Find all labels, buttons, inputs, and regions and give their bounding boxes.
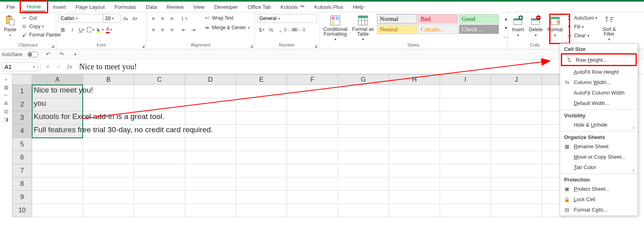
bold-button[interactable]: B	[59, 25, 67, 34]
align-top-button[interactable]: ≡	[149, 14, 158, 23]
style-bad[interactable]: Bad	[418, 14, 458, 24]
redo-button[interactable]: ↷	[57, 50, 66, 59]
tab-page-layout[interactable]: Page Layout	[71, 2, 110, 11]
insert-cells-button[interactable]: Insert▾	[510, 14, 526, 38]
col-header-i[interactable]: I	[440, 74, 491, 85]
align-right-button[interactable]: ≡	[167, 25, 176, 34]
tab-developer[interactable]: Developer	[209, 2, 243, 11]
menu-hide-unhide[interactable]: Hide & Unhide	[560, 119, 638, 130]
align-left-button[interactable]: ≡	[149, 25, 158, 34]
cell-a4[interactable]: Full features free trial 30-day, no cred…	[32, 125, 83, 138]
cell-i1[interactable]	[440, 85, 491, 98]
italic-button[interactable]: I	[68, 25, 77, 34]
cell-styles-gallery[interactable]: Normal Bad Good Neutral Calcula... Check…	[377, 14, 499, 34]
row-header-7[interactable]: 7	[12, 164, 32, 177]
cell-j1[interactable]	[491, 85, 542, 98]
tab-data[interactable]: Data	[141, 2, 161, 11]
row-header-10[interactable]: 10	[12, 204, 32, 217]
tab-kutools-plus[interactable]: Kutools Plus	[310, 2, 348, 11]
merge-center-button[interactable]: ⬌Merge & Center▾	[202, 24, 251, 32]
cell-h1[interactable]	[389, 85, 440, 98]
font-name-select[interactable]: Calibri▾	[59, 14, 103, 23]
autosave-toggle[interactable]	[27, 52, 39, 57]
decrease-font-button[interactable]: A▾	[130, 14, 139, 23]
side-icon-5[interactable]: ◨	[4, 117, 8, 122]
delete-cells-button[interactable]: Delete▾	[527, 14, 544, 38]
menu-row-height[interactable]: ⇅Row Height...	[562, 54, 636, 65]
cancel-formula-button[interactable]: ✕	[41, 62, 53, 72]
font-size-select[interactable]: 20▾	[103, 14, 121, 23]
formula-input[interactable]: Nice to meet you!	[75, 61, 644, 72]
underline-button[interactable]: U▾	[77, 25, 86, 34]
side-icon-1[interactable]: ▦	[4, 85, 8, 90]
select-all-corner[interactable]	[12, 74, 32, 85]
undo-button[interactable]: ↶	[43, 50, 52, 59]
tab-file[interactable]: File	[2, 2, 20, 11]
col-header-a[interactable]: A	[32, 74, 83, 85]
col-header-h[interactable]: H	[389, 74, 440, 85]
row-header-3[interactable]: 3	[12, 111, 32, 125]
conditional-formatting-button[interactable]: Conditional Formatting▾	[322, 14, 349, 42]
cell-a2[interactable]: you	[32, 98, 83, 111]
wrap-text-button[interactable]: ↩Wrap Text	[202, 14, 251, 22]
expand-icon[interactable]: »	[5, 77, 8, 82]
row-header-1[interactable]: 1	[12, 85, 32, 98]
cell-d1[interactable]	[185, 85, 236, 98]
insert-function-button[interactable]: ƒx	[64, 62, 75, 72]
row-header-6[interactable]: 6	[12, 151, 32, 164]
qat-customize[interactable]: ▾	[71, 50, 79, 59]
menu-autofit-row-height[interactable]: AutoFit Row Height	[560, 67, 638, 77]
borders-button[interactable]	[86, 25, 95, 34]
font-launcher[interactable]: ◢	[142, 44, 145, 48]
name-box[interactable]: A1▾	[2, 62, 38, 71]
tab-home[interactable]: Home	[22, 2, 46, 12]
paste-button[interactable]: Paste ▾	[2, 14, 18, 38]
cell-c1[interactable]	[134, 85, 185, 98]
decrease-decimal-button[interactable]: .00→.0	[294, 25, 303, 34]
col-header-g[interactable]: G	[338, 74, 389, 85]
col-header-d[interactable]: D	[185, 74, 236, 85]
cell-e1[interactable]	[236, 85, 287, 98]
align-bottom-button[interactable]: ≡	[167, 14, 176, 23]
side-icon-2[interactable]: ⤺	[4, 93, 8, 98]
menu-protect-sheet[interactable]: ▣Protect Sheet...	[560, 184, 638, 194]
tab-office-tab[interactable]: Office Tab	[243, 2, 276, 11]
number-format-select[interactable]: General▾	[257, 14, 317, 23]
tab-insert[interactable]: Insert	[48, 2, 71, 11]
col-header-j[interactable]: J	[491, 74, 542, 85]
style-normal[interactable]: Normal	[377, 14, 417, 24]
menu-format-cells[interactable]: ▤Format Cells...	[560, 204, 638, 215]
cell-a1[interactable]: Nice to meet you!	[32, 85, 83, 98]
row-header-2[interactable]: 2	[12, 98, 32, 111]
cell-f1[interactable]	[287, 85, 338, 98]
align-center-button[interactable]: ≡	[158, 25, 167, 34]
row-header-4[interactable]: 4	[12, 125, 32, 138]
increase-font-button[interactable]: A▴	[121, 14, 130, 23]
row-header-5[interactable]: 5	[12, 138, 32, 151]
tab-help[interactable]: Help	[348, 2, 369, 11]
tab-review[interactable]: Review	[162, 2, 189, 11]
col-header-f[interactable]: F	[287, 74, 338, 85]
cell-g1[interactable]	[338, 85, 389, 98]
menu-default-width[interactable]: Default Width...	[560, 98, 638, 108]
align-middle-button[interactable]: ≡	[158, 14, 167, 23]
percent-button[interactable]: %	[267, 25, 275, 34]
orientation-button[interactable]: ⤹	[179, 14, 188, 23]
side-icon-3[interactable]: 🖶	[4, 101, 8, 106]
row-header-8[interactable]: 8	[12, 177, 32, 191]
menu-column-width[interactable]: ⇆Column Width...	[560, 77, 638, 87]
menu-lock-cell[interactable]: 🔒Lock Cell	[560, 194, 638, 204]
col-header-b[interactable]: B	[83, 74, 134, 85]
tab-formulas[interactable]: Formulas	[110, 2, 141, 11]
row-header-9[interactable]: 9	[12, 191, 32, 204]
menu-move-copy-sheet[interactable]: Move or Copy Sheet...	[560, 151, 638, 162]
style-neutral[interactable]: Neutral	[377, 24, 417, 34]
col-header-e[interactable]: E	[236, 74, 287, 85]
format-as-table-button[interactable]: Format as Table▾	[351, 14, 375, 42]
style-good[interactable]: Good	[459, 14, 499, 24]
enter-formula-button[interactable]: ✓	[53, 62, 64, 72]
clipboard-launcher[interactable]: ◢	[51, 44, 54, 48]
font-color-button[interactable]: A	[105, 25, 114, 34]
decrease-indent-button[interactable]: ⇤	[179, 25, 188, 34]
spreadsheet-grid[interactable]: A B C D E F G H I J 1 Nice to meet you!	[12, 74, 566, 217]
